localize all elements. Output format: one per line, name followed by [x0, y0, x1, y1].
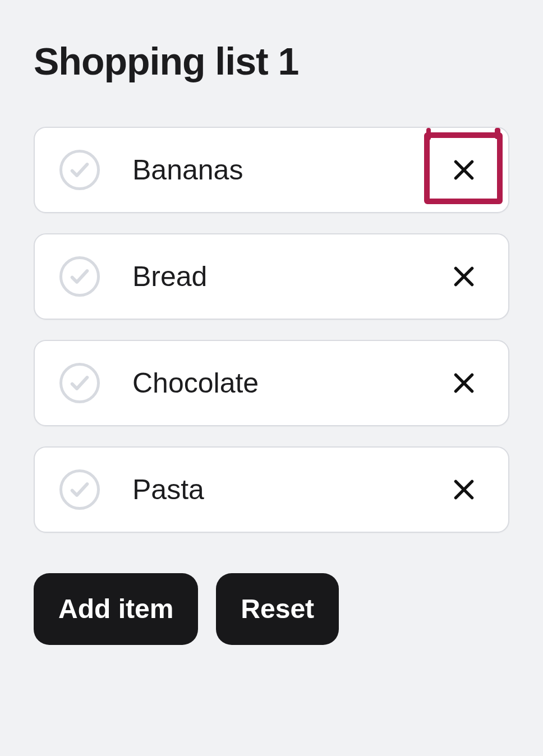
- check-toggle[interactable]: [59, 150, 100, 190]
- item-label: Pasta: [132, 473, 444, 506]
- check-toggle[interactable]: [59, 256, 100, 297]
- add-item-button[interactable]: Add item: [34, 573, 198, 645]
- check-toggle[interactable]: [59, 363, 100, 403]
- check-icon: [68, 372, 91, 394]
- reset-button[interactable]: Reset: [216, 573, 339, 645]
- close-icon: [450, 155, 478, 185]
- list-item: Bananas: [34, 127, 509, 213]
- list-item: Pasta: [34, 446, 509, 533]
- remove-item-button[interactable]: [444, 257, 484, 296]
- check-icon: [68, 478, 91, 501]
- page-title: Shopping list 1: [34, 39, 509, 83]
- close-icon: [450, 368, 478, 398]
- close-icon: [450, 262, 478, 291]
- check-icon: [68, 159, 91, 181]
- remove-item-button[interactable]: [444, 150, 484, 190]
- item-label: Chocolate: [132, 367, 444, 399]
- remove-item-button[interactable]: [444, 470, 484, 509]
- close-icon: [450, 475, 478, 504]
- item-label: Bananas: [132, 154, 444, 186]
- list-item: Chocolate: [34, 340, 509, 426]
- action-buttons: Add item Reset: [34, 573, 509, 645]
- check-toggle[interactable]: [59, 469, 100, 510]
- shopping-list: Bananas Bread Chocolate: [34, 127, 509, 533]
- remove-item-button[interactable]: [444, 363, 484, 403]
- list-item: Bread: [34, 233, 509, 320]
- item-label: Bread: [132, 260, 444, 293]
- check-icon: [68, 265, 91, 288]
- shopping-list-panel: Shopping list 1 Bananas Bread: [0, 0, 543, 756]
